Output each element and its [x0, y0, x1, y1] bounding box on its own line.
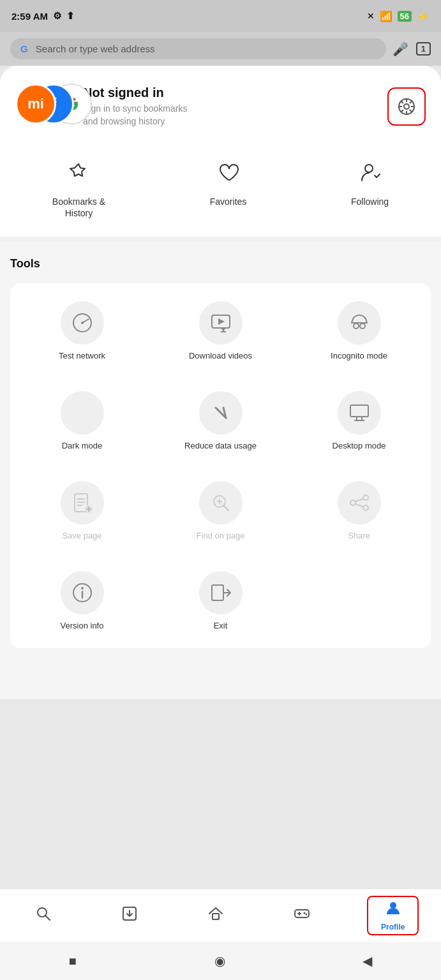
- test-network-label: Test network: [59, 351, 105, 360]
- upload-icon: ⬆: [66, 10, 75, 22]
- following-icon: [358, 160, 382, 189]
- nav-profile-icon: [385, 900, 401, 920]
- favorites-label: Favorites: [210, 196, 247, 207]
- settings-button[interactable]: [387, 87, 426, 126]
- system-nav: ■ ◉ ◀: [0, 942, 441, 980]
- version-info-label: Version info: [61, 621, 104, 630]
- square-button[interactable]: ■: [69, 954, 77, 969]
- svg-point-58: [305, 914, 307, 916]
- nav-search-icon: [35, 905, 52, 926]
- svg-point-20: [354, 323, 359, 329]
- nav-downloads[interactable]: [108, 903, 151, 928]
- following-action[interactable]: Following: [351, 160, 389, 219]
- svg-point-1: [404, 104, 409, 109]
- find-on-page-label: Find on page: [197, 531, 245, 540]
- nav-profile-label: Profile: [381, 923, 405, 932]
- settings-status-icon: ⚙: [53, 10, 61, 22]
- bookmarks-action[interactable]: Bookmarks &History: [52, 160, 105, 219]
- svg-point-46: [81, 587, 84, 590]
- reduce-data-icon: [199, 391, 243, 434]
- svg-line-36: [223, 506, 228, 511]
- avatar-stack: mi f: [15, 84, 73, 130]
- incognito-mode-icon: [338, 301, 381, 345]
- avatar-mi: mi: [15, 84, 56, 124]
- incognito-mode-item[interactable]: Incognito mode: [292, 288, 426, 373]
- close-icon: ✕: [367, 11, 375, 21]
- svg-point-57: [303, 912, 305, 914]
- svg-line-8: [410, 101, 412, 104]
- status-bar: 2:59 AM ⚙ ⬆ ✕ 📶 56 ⚡: [0, 0, 441, 32]
- account-subtitle: Sign in to sync bookmarksand browsing hi…: [83, 103, 377, 128]
- svg-rect-47: [212, 585, 223, 600]
- nav-home-icon: [207, 905, 224, 926]
- dark-mode-label: Dark mode: [62, 441, 103, 450]
- bookmarks-icon: [66, 160, 91, 189]
- svg-point-39: [363, 495, 368, 500]
- reduce-data-label: Reduce data usage: [184, 441, 257, 450]
- nav-games[interactable]: [281, 903, 323, 928]
- svg-point-10: [365, 165, 373, 172]
- svg-line-7: [410, 110, 412, 112]
- svg-marker-15: [218, 318, 225, 325]
- back-button[interactable]: ◀: [363, 953, 372, 969]
- time-display: 2:59 AM: [11, 11, 48, 22]
- test-network-icon: [61, 301, 104, 345]
- svg-rect-53: [213, 914, 219, 919]
- tabs-icon[interactable]: 1: [416, 42, 431, 56]
- svg-point-13: [81, 322, 84, 324]
- save-page-label: Save page: [62, 531, 101, 540]
- svg-point-41: [363, 505, 368, 510]
- exit-label: Exit: [214, 621, 228, 630]
- nav-profile[interactable]: Profile: [367, 896, 419, 935]
- status-left: 2:59 AM ⚙ ⬆: [11, 10, 75, 22]
- desktop-mode-icon: [338, 391, 381, 434]
- following-label: Following: [351, 196, 389, 207]
- nav-search[interactable]: [22, 903, 64, 928]
- svg-point-21: [360, 323, 365, 329]
- main-panel: mi f Not signed in Sign in to sync bookm…: [0, 66, 441, 699]
- url-bar[interactable]: G Search or type web address: [10, 38, 386, 59]
- exit-item[interactable]: Exit: [154, 558, 287, 643]
- status-right: ✕ 📶 56 ⚡: [367, 10, 430, 22]
- nav-home[interactable]: [195, 903, 237, 928]
- search-placeholder: Search or type web address: [36, 43, 155, 54]
- quick-actions: Bookmarks &History Favorites Following: [0, 147, 441, 242]
- exit-icon: [199, 571, 243, 614]
- tools-section: Tools Test network: [0, 242, 441, 648]
- circle-button[interactable]: ◉: [214, 953, 225, 969]
- bookmarks-label: Bookmarks &History: [52, 196, 105, 219]
- incognito-label: Incognito mode: [331, 351, 387, 360]
- download-videos-label: Download videos: [189, 351, 252, 360]
- share-item[interactable]: Share: [292, 468, 426, 553]
- nav-games-icon: [294, 905, 310, 926]
- save-page-icon: [61, 481, 104, 524]
- reduce-data-item[interactable]: Reduce data usage: [154, 378, 287, 463]
- find-on-page-icon: [199, 481, 243, 524]
- save-page-item[interactable]: Save page: [15, 468, 149, 553]
- favorites-icon: [216, 160, 241, 189]
- svg-rect-24: [350, 405, 368, 417]
- account-text: Not signed in Sign in to sync bookmarksa…: [83, 85, 377, 128]
- tools-title: Tools: [10, 257, 431, 271]
- google-g: G: [20, 43, 28, 54]
- version-info-item[interactable]: Version info: [15, 558, 149, 643]
- test-network-item[interactable]: Test network: [15, 288, 149, 373]
- download-videos-item[interactable]: Download videos: [154, 288, 287, 373]
- desktop-mode-item[interactable]: Desktop mode: [292, 378, 426, 463]
- svg-line-43: [355, 504, 363, 507]
- wifi-icon: 📶: [380, 10, 392, 22]
- bolt-icon: ⚡: [417, 10, 430, 22]
- battery-display: 56: [398, 11, 412, 22]
- svg-line-6: [401, 101, 404, 104]
- download-videos-icon: [199, 301, 243, 345]
- account-title: Not signed in: [83, 85, 377, 100]
- version-info-icon: [61, 571, 104, 614]
- svg-line-42: [355, 499, 363, 501]
- dark-mode-item[interactable]: Dark mode: [15, 378, 149, 463]
- find-on-page-item[interactable]: Find on page: [154, 468, 287, 553]
- microphone-icon[interactable]: 🎤: [392, 41, 408, 57]
- favorites-action[interactable]: Favorites: [210, 160, 247, 219]
- desktop-mode-label: Desktop mode: [333, 441, 386, 450]
- tools-grid: Test network Download videos: [10, 283, 431, 648]
- browser-right-icons: 🎤 1: [392, 41, 431, 57]
